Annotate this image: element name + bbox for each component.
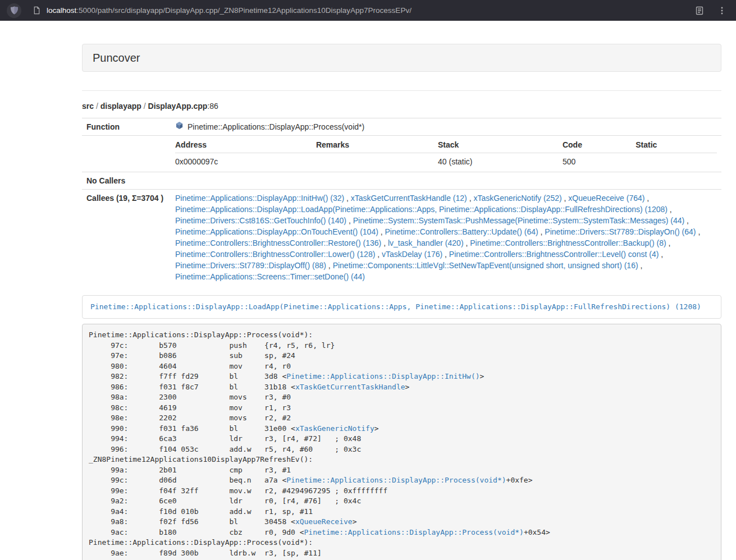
function-stats-table: Address Remarks Stack Code Static 0x0000… xyxy=(175,137,717,170)
reader-view-icon[interactable] xyxy=(692,3,707,18)
breadcrumb-link[interactable]: src xyxy=(82,102,94,111)
callee-link[interactable]: Pinetime::Drivers::Cst816S::GetTouchInfo… xyxy=(175,216,346,225)
header-divider xyxy=(82,90,721,91)
function-detail-table: Function Pinetime::Applications::Display… xyxy=(82,118,721,285)
page-container: Puncover src / displayapp / DisplayApp.c… xyxy=(82,44,721,560)
callee-link[interactable]: lv_task_handler (420) xyxy=(388,238,464,247)
toolbar-right-icons xyxy=(692,3,729,18)
breadcrumb: src / displayapp / DisplayApp.cpp:86 xyxy=(82,100,721,112)
callee-link[interactable]: Pinetime::Drivers::St7789::DisplayOn() (… xyxy=(545,227,696,236)
callees-label: Callees (19, Σ=3704 ) xyxy=(82,190,171,286)
stats-header-address: Address xyxy=(175,137,316,153)
callee-link[interactable]: Pinetime::Controllers::Battery::Update()… xyxy=(385,227,538,236)
callee-link[interactable]: Pinetime::Controllers::BrightnessControl… xyxy=(470,238,666,247)
tracking-shield-icon[interactable] xyxy=(7,3,21,18)
app-title: Puncover xyxy=(93,51,711,65)
url-host: localhost xyxy=(47,6,76,15)
function-row: Function Pinetime::Applications::Display… xyxy=(82,118,721,136)
callee-link[interactable]: xQueueReceive (764) xyxy=(568,194,644,203)
breadcrumb-link[interactable]: DisplayApp.cpp xyxy=(148,102,208,111)
page-icon xyxy=(33,6,41,15)
breadcrumb-separator: / xyxy=(141,102,148,111)
callee-link[interactable]: Pinetime::Applications::DisplayApp::Load… xyxy=(175,205,668,214)
stats-value-code: 500 xyxy=(563,153,636,171)
selected-callee-link[interactable]: Pinetime::Applications::DisplayApp::Load… xyxy=(90,302,701,311)
stats-header-static: Static xyxy=(636,137,717,153)
disassembly-symbol-link[interactable]: xTaskGenericNotify xyxy=(295,424,374,433)
callee-link[interactable]: Pinetime::Controllers::BrightnessControl… xyxy=(175,238,381,247)
stats-value-static xyxy=(636,153,717,171)
browser-toolbar: localhost:5000/path/src/displayapp/Displ… xyxy=(0,0,736,21)
stats-header-code: Code xyxy=(563,137,636,153)
stats-header-stack: Stack xyxy=(438,137,563,153)
disassembly-pre: Pinetime::Applications::DisplayApp::Proc… xyxy=(82,324,721,560)
callee-link[interactable]: Pinetime::Drivers::St7789::DisplayOff() … xyxy=(175,261,326,270)
callees-row: Callees (19, Σ=3704 ) Pinetime::Applicat… xyxy=(82,190,721,286)
callee-link[interactable]: Pinetime::Controllers::BrightnessControl… xyxy=(449,250,659,259)
selected-callee-panel: Pinetime::Applications::DisplayApp::Load… xyxy=(82,295,721,319)
callee-link[interactable]: Pinetime::Components::LittleVgl::SetNewT… xyxy=(333,261,638,270)
stats-value-stack: 40 (static) xyxy=(438,153,563,171)
callee-link[interactable]: Pinetime::Applications::Screens::Timer::… xyxy=(175,272,365,281)
callees-list: Pinetime::Applications::DisplayApp::Init… xyxy=(171,190,721,286)
callee-link[interactable]: vTaskDelay (176) xyxy=(382,250,442,259)
kebab-menu-icon[interactable] xyxy=(715,3,729,18)
callee-link[interactable]: Pinetime::Applications::DisplayApp::OnTo… xyxy=(175,227,378,236)
url-path: :5000/path/src/displayapp/DisplayApp.cpp… xyxy=(76,6,412,15)
function-row-label: Function xyxy=(82,118,171,136)
disassembly-symbol-link[interactable]: Pinetime::Applications::DisplayApp::Proc… xyxy=(286,476,506,484)
disassembly-symbol-link[interactable]: Pinetime::Applications::DisplayApp::Init… xyxy=(286,372,479,380)
callee-link[interactable]: Pinetime::System::SystemTask::PushMessag… xyxy=(353,216,685,225)
stats-value-remarks xyxy=(316,153,438,171)
url-bar[interactable]: localhost:5000/path/src/displayapp/Displ… xyxy=(47,6,687,15)
disassembly-symbol-link[interactable]: xTaskGetCurrentTaskHandle xyxy=(295,383,405,391)
callee-link[interactable]: xTaskGenericNotify (252) xyxy=(473,194,561,203)
breadcrumb-link[interactable]: displayapp xyxy=(100,102,141,111)
app-header-panel: Puncover xyxy=(82,44,721,72)
no-callers-row: No Callers xyxy=(82,172,721,190)
no-callers-label: No Callers xyxy=(82,172,171,190)
breadcrumb-line-number: :86 xyxy=(207,102,218,111)
stats-row: Address Remarks Stack Code Static 0x0000… xyxy=(82,136,721,172)
disassembly-symbol-link[interactable]: xQueueReceive xyxy=(295,517,353,526)
stats-header-remarks: Remarks xyxy=(316,137,438,153)
callee-link[interactable]: Pinetime::Controllers::BrightnessControl… xyxy=(175,250,375,259)
stats-row-label xyxy=(82,136,171,172)
disassembly-symbol-link[interactable]: Pinetime::Applications::DisplayApp::Proc… xyxy=(304,528,524,536)
function-name: Pinetime::Applications::DisplayApp::Proc… xyxy=(188,121,364,132)
callee-link[interactable]: Pinetime::Applications::DisplayApp::Init… xyxy=(175,194,344,203)
stats-value-address: 0x0000097c xyxy=(175,153,316,171)
callee-link[interactable]: xTaskGetCurrentTaskHandle (12) xyxy=(351,194,467,203)
function-type-icon xyxy=(175,121,184,132)
breadcrumb-separator: / xyxy=(94,102,100,111)
